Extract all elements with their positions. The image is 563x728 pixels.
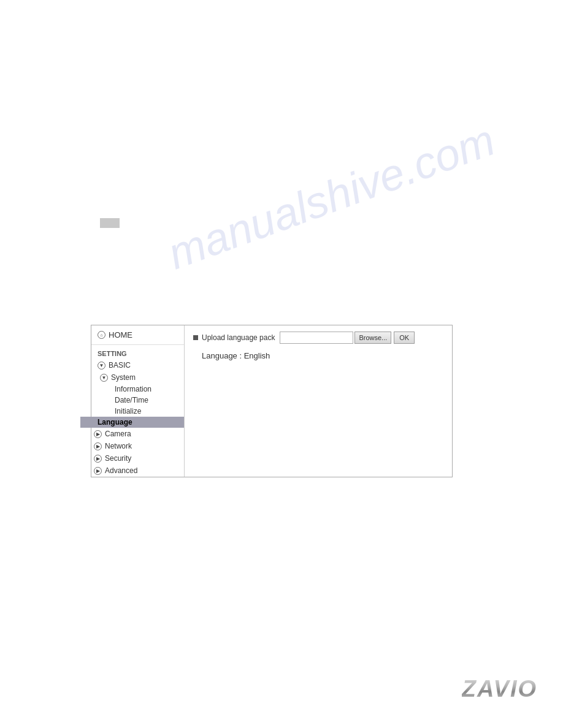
home-icon: ⌂ xyxy=(98,331,105,339)
sidebar-item-camera[interactable]: ▶ Camera xyxy=(91,428,184,440)
camera-label: Camera xyxy=(105,430,131,438)
upload-label: Upload language pack xyxy=(202,333,275,342)
security-label: Security xyxy=(105,454,131,463)
initialize-label: Initialize xyxy=(115,407,141,415)
sidebar-item-system[interactable]: ▼ System xyxy=(98,371,184,384)
network-expand-icon: ▶ xyxy=(94,442,102,450)
main-panel: ⌂ HOME SETTING ▼ BASIC ▼ System Informat… xyxy=(91,325,453,477)
basic-label: BASIC xyxy=(109,361,131,370)
basic-expand-icon: ▼ xyxy=(98,362,105,370)
sidebar-item-security[interactable]: ▶ Security xyxy=(91,452,184,464)
upload-bullet xyxy=(193,335,198,340)
ok-button[interactable]: OK xyxy=(394,332,415,344)
top-rectangle xyxy=(100,218,120,228)
datetime-label: Date/Time xyxy=(115,396,148,404)
home-label: HOME xyxy=(109,330,132,339)
advanced-expand-icon: ▶ xyxy=(94,467,102,475)
browse-button[interactable]: Browse... xyxy=(354,332,391,344)
language-label: Language xyxy=(98,418,132,427)
file-input[interactable] xyxy=(280,332,353,344)
sidebar-home[interactable]: ⌂ HOME xyxy=(91,325,184,345)
network-label: Network xyxy=(105,442,132,450)
sidebar-item-network[interactable]: ▶ Network xyxy=(91,440,184,452)
system-group: ▼ System Information Date/Time Initializ… xyxy=(91,371,184,428)
system-expand-icon: ▼ xyxy=(100,374,108,382)
sidebar: ⌂ HOME SETTING ▼ BASIC ▼ System Informat… xyxy=(91,325,185,477)
sidebar-item-datetime[interactable]: Date/Time xyxy=(98,395,184,406)
security-expand-icon: ▶ xyxy=(94,455,102,463)
setting-label: SETTING xyxy=(91,345,184,359)
sidebar-item-advanced[interactable]: ▶ Advanced xyxy=(91,464,184,477)
zavio-logo: ZAVIO xyxy=(462,676,537,702)
sidebar-item-basic[interactable]: ▼ BASIC xyxy=(91,359,184,371)
watermark: manualshive.com xyxy=(161,115,502,279)
information-label: Information xyxy=(115,385,151,393)
sidebar-item-information[interactable]: Information xyxy=(98,384,184,395)
sidebar-item-initialize[interactable]: Initialize xyxy=(98,406,184,417)
advanced-label: Advanced xyxy=(105,466,137,475)
camera-expand-icon: ▶ xyxy=(94,430,102,438)
language-display: Language : English xyxy=(193,349,443,360)
system-label: System xyxy=(111,373,136,382)
sidebar-item-language[interactable]: Language xyxy=(80,417,184,428)
main-content-area: Upload language pack Browse... OK Langua… xyxy=(185,325,452,477)
upload-row: Upload language pack Browse... OK xyxy=(193,332,443,344)
